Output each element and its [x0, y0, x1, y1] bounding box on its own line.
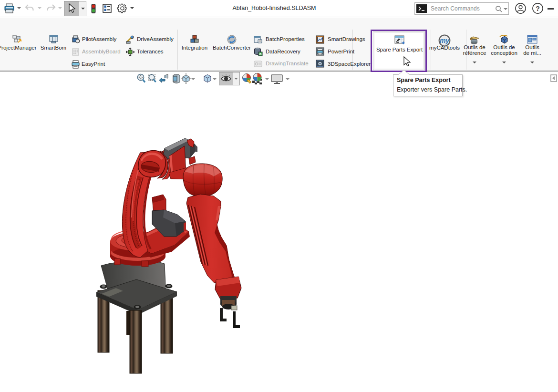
svg-text:my: my — [440, 37, 450, 44]
svg-text:?: ? — [536, 5, 540, 12]
